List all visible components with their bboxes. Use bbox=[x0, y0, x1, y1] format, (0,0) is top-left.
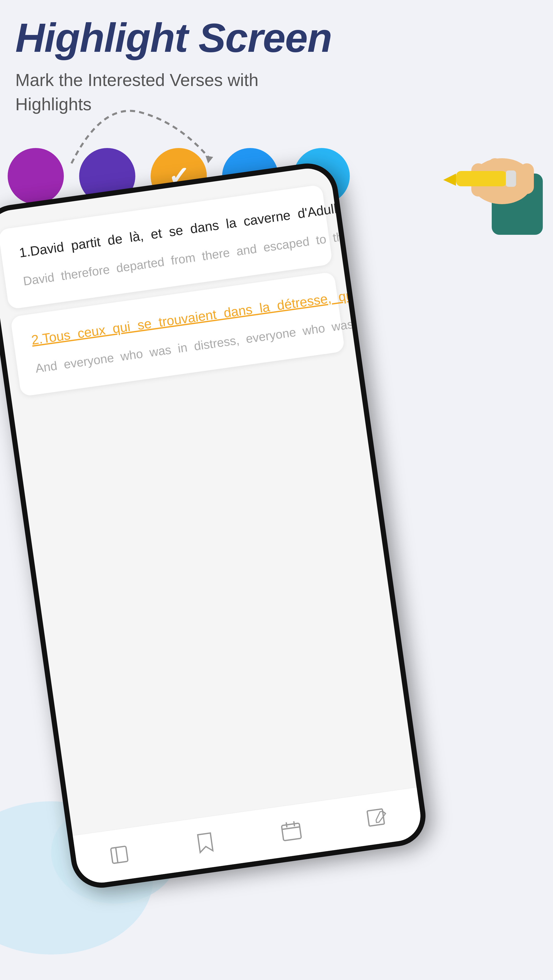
svg-line-14 bbox=[282, 827, 300, 829]
phone-mockup: 1.David partit de là, et se dans la cave… bbox=[0, 127, 553, 942]
book-nav-icon[interactable] bbox=[105, 840, 134, 869]
screen-content: 1.David partit de là, et se dans la cave… bbox=[0, 165, 355, 398]
svg-line-16 bbox=[294, 821, 295, 826]
circle-purple-bright[interactable] bbox=[8, 148, 64, 204]
svg-line-11 bbox=[116, 848, 118, 862]
phone-frame: 1.David partit de là, et se dans la cave… bbox=[0, 159, 429, 892]
svg-rect-10 bbox=[110, 846, 128, 864]
bookmark-nav-icon[interactable] bbox=[191, 829, 220, 857]
phone-side-button bbox=[348, 260, 357, 296]
svg-marker-12 bbox=[198, 833, 213, 853]
bottom-nav bbox=[73, 787, 424, 886]
phone-screen: 1.David partit de là, et se dans la cave… bbox=[0, 165, 424, 886]
edit-nav-icon[interactable] bbox=[363, 804, 392, 833]
svg-line-15 bbox=[286, 822, 287, 827]
page-title: Highlight Screen bbox=[15, 15, 538, 60]
svg-rect-13 bbox=[282, 823, 301, 841]
calendar-nav-icon[interactable] bbox=[277, 816, 306, 845]
